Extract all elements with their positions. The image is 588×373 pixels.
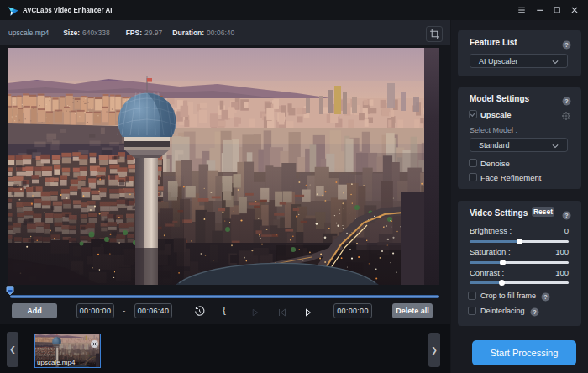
svg-text:?: ?	[564, 98, 568, 105]
svg-text:?: ?	[533, 309, 536, 316]
svg-text:?: ?	[564, 213, 568, 219]
svg-text:?: ?	[564, 42, 568, 49]
svg-text:?: ?	[543, 294, 547, 301]
